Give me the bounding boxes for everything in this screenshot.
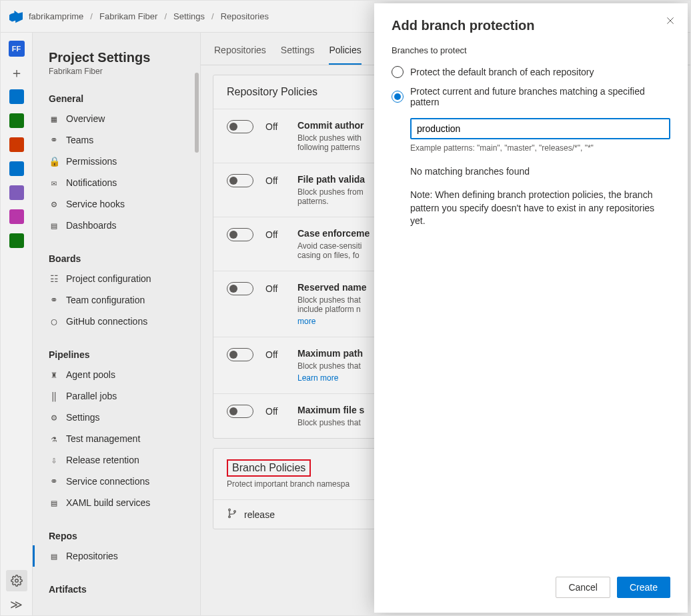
toggle-state-label: Off: [265, 348, 285, 361]
sidebar-item[interactable]: ▤Dashboards: [49, 215, 189, 236]
create-button[interactable]: Create: [617, 577, 670, 598]
radio-icon: [392, 66, 404, 78]
policy-toggle[interactable]: [227, 348, 253, 361]
sidebar-item[interactable]: ☷Project configuration: [49, 268, 189, 289]
policy-toggle[interactable]: [227, 282, 253, 295]
sidebar-item-label: Service hooks: [66, 199, 125, 209]
sidebar-item[interactable]: ✉Notifications: [49, 172, 189, 193]
sidebar-item-icon: ▦: [49, 113, 59, 124]
sidebar-item[interactable]: ⚗Test management: [49, 428, 189, 449]
toggle-state-label: Off: [265, 282, 285, 295]
sidebar-group-title: Boards: [49, 253, 189, 264]
toggle-state-label: Off: [265, 174, 285, 187]
toggle-state-label: Off: [265, 120, 285, 133]
sidebar-item-icon: ⚗: [49, 433, 59, 444]
policy-toggle[interactable]: [227, 405, 253, 418]
sidebar-item[interactable]: 🔒Permissions: [49, 151, 189, 172]
rail-settings-icon[interactable]: [6, 570, 27, 591]
sidebar-group-title: Pipelines: [49, 349, 189, 360]
close-icon[interactable]: [665, 15, 676, 29]
sidebar-item-icon: ▤: [49, 551, 59, 561]
left-rail: FF ＋ ≫: [1, 33, 33, 615]
sidebar-item-icon: ♜: [49, 369, 59, 380]
sidebar-item-icon: ✉: [49, 177, 59, 188]
tab[interactable]: Repositories: [214, 45, 266, 65]
azure-devops-logo-icon[interactable]: [9, 9, 23, 24]
sidebar-item[interactable]: ‖Parallel jobs: [49, 385, 189, 407]
sidebar-item-label: Test management: [66, 433, 140, 444]
rail-expand-icon[interactable]: ≫: [6, 594, 27, 615]
dialog-title: Add branch protection: [392, 18, 670, 33]
sidebar-group-title: General: [49, 93, 189, 104]
breadcrumb-item[interactable]: fabrikamprime: [29, 11, 83, 21]
sidebar-item[interactable]: ⚭Service connections: [49, 471, 189, 492]
policy-toggle[interactable]: [227, 228, 253, 241]
sidebar-item[interactable]: ⚭Teams: [49, 129, 189, 151]
rail-boards-icon[interactable]: [6, 86, 27, 107]
sidebar-item-icon: ◯: [49, 316, 59, 327]
sidebar-item-label: Parallel jobs: [66, 391, 117, 401]
branch-protection-note: Note: When defining branch protection po…: [410, 189, 670, 228]
rail-marketplace-icon[interactable]: [6, 230, 27, 251]
policy-link[interactable]: more: [297, 317, 315, 326]
cancel-button[interactable]: Cancel: [556, 577, 610, 598]
radio-default-branch[interactable]: Protect the default branch of each repos…: [392, 66, 670, 78]
sidebar-item-icon: ⇩: [49, 455, 59, 465]
toggle-state-label: Off: [265, 405, 285, 418]
tab[interactable]: Policies: [329, 45, 361, 65]
sidebar-item-icon: ⚙: [49, 199, 59, 209]
rail-artifacts-icon[interactable]: [6, 182, 27, 203]
sidebar-subtitle: Fabrikam Fiber: [49, 67, 189, 76]
sidebar-item[interactable]: ⚭Team configuration: [49, 289, 189, 311]
sidebar-item-icon: ⚭: [49, 135, 59, 145]
sidebar-title: Project Settings: [49, 50, 189, 65]
sidebar-item-label: Teams: [66, 135, 93, 145]
rail-wiki-icon[interactable]: [6, 206, 27, 227]
svg-point-2: [229, 516, 231, 518]
rail-add-icon[interactable]: ＋: [6, 62, 27, 83]
svg-point-0: [15, 579, 18, 583]
branch-policies-title: Branch Policies: [227, 459, 311, 477]
settings-sidebar: Project Settings Fabrikam Fiber General▦…: [33, 33, 201, 615]
sidebar-item[interactable]: ⇩Release retention: [49, 449, 189, 471]
policy-toggle[interactable]: [227, 174, 253, 187]
breadcrumb-item[interactable]: Fabrikam Fiber: [99, 11, 157, 21]
rail-pipelines-icon[interactable]: [6, 134, 27, 155]
branch-pattern-input[interactable]: [410, 118, 670, 139]
pattern-hint: Example patterns: "main", "master", "rel…: [410, 143, 670, 153]
sidebar-item-label: Permissions: [66, 156, 117, 167]
sidebar-item-label: GitHub connections: [66, 316, 147, 327]
radio-pattern-branch[interactable]: Protect current and future branches matc…: [392, 86, 670, 107]
policy-link[interactable]: Learn more: [297, 373, 338, 383]
rail-project-icon[interactable]: FF: [6, 38, 27, 59]
rail-testplans-icon[interactable]: [6, 158, 27, 179]
sidebar-item-label: Service connections: [66, 476, 149, 487]
sidebar-item[interactable]: ▤Repositories: [49, 545, 189, 567]
sidebar-item-label: Overview: [66, 113, 105, 124]
add-branch-protection-dialog: Add branch protection Branches to protec…: [374, 3, 688, 613]
sidebar-item-icon: ‖: [49, 391, 59, 401]
sidebar-item[interactable]: ⚙Service hooks: [49, 193, 189, 215]
sidebar-item[interactable]: ▦Overview: [49, 108, 189, 129]
branches-to-protect-label: Branches to protect: [392, 45, 670, 55]
sidebar-item-label: Repositories: [66, 551, 118, 561]
radio-label: Protect current and future branches matc…: [410, 86, 670, 107]
breadcrumb-item[interactable]: Settings: [173, 11, 205, 21]
sidebar-item[interactable]: ⚙Settings: [49, 407, 189, 428]
sidebar-item-icon: 🔒: [49, 156, 59, 167]
sidebar-item[interactable]: ▤XAML build services: [49, 492, 189, 513]
sidebar-item-icon: ⚭: [49, 295, 59, 305]
sidebar-item-label: Agent pools: [66, 369, 115, 380]
sidebar-item[interactable]: ♜Agent pools: [49, 364, 189, 385]
rail-repos-icon[interactable]: [6, 110, 27, 131]
radio-label: Protect the default branch of each repos…: [410, 67, 594, 77]
sidebar-item[interactable]: ◯GitHub connections: [49, 311, 189, 332]
tab[interactable]: Settings: [281, 45, 315, 65]
breadcrumb-item[interactable]: Repositories: [221, 11, 269, 21]
svg-point-3: [234, 511, 236, 513]
sidebar-item-label: Dashboards: [66, 220, 117, 231]
sidebar-item-label: Project configuration: [66, 273, 151, 284]
policy-toggle[interactable]: [227, 120, 253, 133]
sidebar-item-icon: ▤: [49, 220, 59, 231]
sidebar-item-label: Team configuration: [66, 295, 145, 305]
